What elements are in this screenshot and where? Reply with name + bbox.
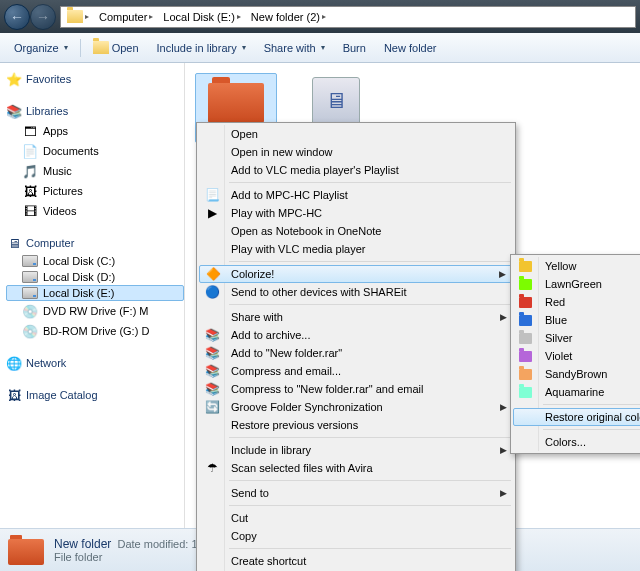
color-swatch-icon xyxy=(519,279,532,290)
color-menu-item[interactable]: Aquamarine xyxy=(513,383,640,401)
nav-forward-button[interactable]: → xyxy=(30,4,56,30)
sidebar-item-pictures[interactable]: 🖼Pictures xyxy=(6,181,184,201)
pictures-icon: 🖼 xyxy=(22,183,38,199)
context-menu-item[interactable]: Add to VLC media player's Playlist xyxy=(199,161,513,179)
context-menu-item[interactable]: 📚Compress to "New folder.rar" and email xyxy=(199,380,513,398)
context-menu-item[interactable]: 🔵Send to other devices with SHAREit xyxy=(199,283,513,301)
image-catalog-header[interactable]: 🖼Image Catalog xyxy=(6,385,184,405)
sidebar-item-videos[interactable]: 🎞Videos xyxy=(6,201,184,221)
color-menu-item[interactable]: Blue xyxy=(513,311,640,329)
folder-icon xyxy=(208,77,264,123)
color-swatch-icon xyxy=(519,351,532,362)
sidebar-item-apps[interactable]: 🗔Apps xyxy=(6,121,184,141)
drive-icon xyxy=(22,287,38,299)
include-library-button[interactable]: Include in library xyxy=(149,39,254,57)
context-menu-item[interactable]: 📚Add to archive... xyxy=(199,326,513,344)
details-modified-label: Date modified: xyxy=(117,538,188,550)
color-swatch-icon xyxy=(519,333,532,344)
organize-button[interactable]: Organize xyxy=(6,39,76,57)
address-segment[interactable]: New folder (2)▸ xyxy=(247,10,330,24)
context-menu-item[interactable]: Open in new window xyxy=(199,143,513,161)
titlebar: ← → ▸ Computer▸ Local Disk (E:)▸ New fol… xyxy=(0,0,640,33)
color-menu-item[interactable]: Red xyxy=(513,293,640,311)
share-with-button[interactable]: Share with xyxy=(256,39,333,57)
color-swatch-icon xyxy=(519,387,532,398)
context-menu-item[interactable]: Create shortcut xyxy=(199,552,513,570)
color-menu-item[interactable]: LawnGreen xyxy=(513,275,640,293)
menu-item-icon: 🔶 xyxy=(205,266,221,282)
context-menu-item[interactable]: ▶Play with MPC-HC xyxy=(199,204,513,222)
sidebar-drive-bd[interactable]: 💿BD-ROM Drive (G:) D xyxy=(6,321,184,341)
menu-item-icon: 📚 xyxy=(204,327,220,343)
new-folder-button[interactable]: New folder xyxy=(376,39,445,57)
nav-back-button[interactable]: ← xyxy=(4,4,30,30)
star-icon: ⭐ xyxy=(6,71,22,87)
sidebar-drive-d[interactable]: Local Disk (D:) xyxy=(6,269,184,285)
menu-item-icon: 🔄 xyxy=(204,399,220,415)
libraries-icon: 📚 xyxy=(6,103,22,119)
context-menu-item[interactable]: Cut xyxy=(199,509,513,527)
apps-icon: 🗔 xyxy=(22,123,38,139)
menu-item-icon: 📃 xyxy=(204,187,220,203)
color-menu-item[interactable]: Violet xyxy=(513,347,640,365)
colorize-submenu: YellowLawnGreenRedBlueSilverVioletSandyB… xyxy=(510,254,640,454)
music-icon: 🎵 xyxy=(22,163,38,179)
computer-header[interactable]: 🖥Computer xyxy=(6,233,184,253)
color-swatch-icon xyxy=(519,297,532,308)
address-root-icon[interactable]: ▸ xyxy=(63,9,93,24)
address-bar[interactable]: ▸ Computer▸ Local Disk (E:)▸ New folder … xyxy=(60,6,636,28)
menu-item-icon: ▶ xyxy=(204,205,220,221)
sidebar-drive-e[interactable]: Local Disk (E:) xyxy=(6,285,184,301)
dvd-icon: 💿 xyxy=(22,303,38,319)
context-menu-item[interactable]: Open as Notebook in OneNote xyxy=(199,222,513,240)
context-menu-item[interactable]: Include in library▶ xyxy=(199,441,513,459)
context-menu-item[interactable]: Restore previous versions xyxy=(199,416,513,434)
menu-item-icon: 📚 xyxy=(204,345,220,361)
color-menu-item[interactable]: Restore original color xyxy=(513,408,640,426)
sidebar-drive-dvd[interactable]: 💿DVD RW Drive (F:) M xyxy=(6,301,184,321)
details-type: File folder xyxy=(54,551,219,563)
color-menu-item[interactable]: Silver xyxy=(513,329,640,347)
context-menu-item[interactable]: Open xyxy=(199,125,513,143)
context-menu-item[interactable]: Play with VLC media player xyxy=(199,240,513,258)
color-menu-item[interactable]: SandyBrown xyxy=(513,365,640,383)
context-menu-item[interactable]: 📚Add to "New folder.rar" xyxy=(199,344,513,362)
documents-icon: 📄 xyxy=(22,143,38,159)
context-menu: OpenOpen in new windowAdd to VLC media p… xyxy=(196,122,516,571)
context-menu-item[interactable]: 📚Compress and email... xyxy=(199,362,513,380)
sidebar-item-music[interactable]: 🎵Music xyxy=(6,161,184,181)
computer-icon: 🖥 xyxy=(6,235,22,251)
details-thumbnail xyxy=(8,535,44,565)
context-menu-item[interactable]: 🔶Colorize!▶ xyxy=(199,265,513,283)
burn-button[interactable]: Burn xyxy=(335,39,374,57)
color-menu-item[interactable]: Colors... xyxy=(513,433,640,451)
sidebar-drive-c[interactable]: Local Disk (C:) xyxy=(6,253,184,269)
submenu-arrow-icon: ▶ xyxy=(500,402,507,412)
menu-item-icon: 📚 xyxy=(204,363,220,379)
navigation-pane: ⭐Favorites 📚Libraries 🗔Apps 📄Documents 🎵… xyxy=(0,63,185,528)
sidebar-item-documents[interactable]: 📄Documents xyxy=(6,141,184,161)
address-segment[interactable]: Local Disk (E:)▸ xyxy=(159,10,245,24)
folder-icon xyxy=(93,41,109,54)
open-button[interactable]: Open xyxy=(85,38,147,57)
network-header[interactable]: 🌐Network xyxy=(6,353,184,373)
context-menu-item[interactable]: Share with▶ xyxy=(199,308,513,326)
context-menu-item[interactable]: Copy xyxy=(199,527,513,545)
color-menu-item[interactable]: Yellow xyxy=(513,257,640,275)
color-swatch-icon xyxy=(519,261,532,272)
favorites-header[interactable]: ⭐Favorites xyxy=(6,69,184,89)
drive-icon xyxy=(22,255,38,267)
submenu-arrow-icon: ▶ xyxy=(500,488,507,498)
color-swatch-icon xyxy=(519,369,532,380)
menu-item-icon: 🔵 xyxy=(204,284,220,300)
context-menu-item[interactable]: 📃Add to MPC-HC Playlist xyxy=(199,186,513,204)
menu-item-icon: ☂ xyxy=(204,460,220,476)
submenu-arrow-icon: ▶ xyxy=(500,445,507,455)
context-menu-item[interactable]: Send to▶ xyxy=(199,484,513,502)
address-segment[interactable]: Computer▸ xyxy=(95,10,157,24)
libraries-header[interactable]: 📚Libraries xyxy=(6,101,184,121)
context-menu-item[interactable]: ☂Scan selected files with Avira xyxy=(199,459,513,477)
menu-item-icon: 📚 xyxy=(204,381,220,397)
exe-icon: 🖥 xyxy=(312,77,360,125)
context-menu-item[interactable]: 🔄Groove Folder Synchronization▶ xyxy=(199,398,513,416)
